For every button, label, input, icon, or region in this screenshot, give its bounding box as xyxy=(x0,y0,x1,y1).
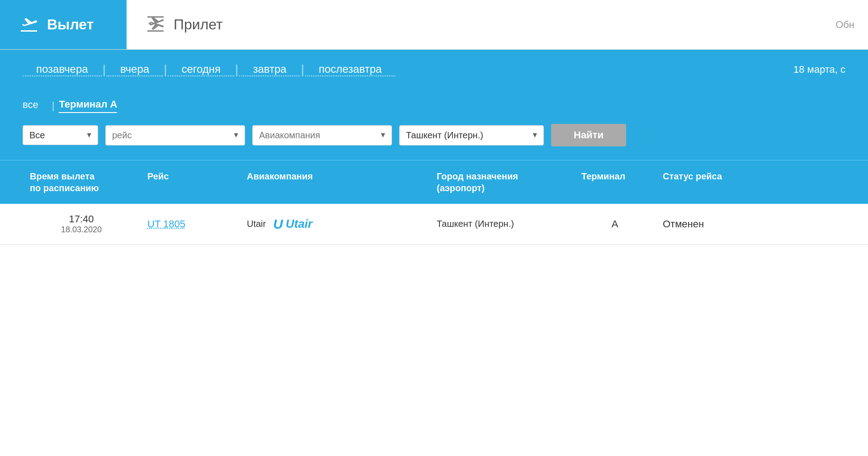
plane-takeoff-icon xyxy=(18,14,40,36)
terminal-value: А xyxy=(612,218,618,230)
date-sep-4: | xyxy=(301,62,304,77)
tab-departure-label: Вылет xyxy=(47,16,94,33)
flight-date: 18.03.2020 xyxy=(30,225,133,235)
update-text-area: Обн xyxy=(241,0,868,49)
cell-flight: UT 1805 xyxy=(140,209,240,239)
col-header-airline: Авиакомпания xyxy=(240,160,429,204)
terminal-tab-all[interactable]: все xyxy=(23,99,38,113)
utair-logo-text: Utair xyxy=(286,217,312,231)
status-value: Отменен xyxy=(663,218,704,230)
airline-input[interactable] xyxy=(252,125,392,146)
cell-terminal: А xyxy=(574,209,656,239)
date-nav-zavtra[interactable]: завтра xyxy=(239,63,300,76)
terminal-tab-sep: | xyxy=(52,100,55,112)
utair-logo: U Utair xyxy=(273,216,312,232)
utair-u-icon: U xyxy=(273,216,283,232)
current-date: 18 марта, с xyxy=(793,64,845,75)
update-text: Обн xyxy=(835,19,854,31)
table-row: 17:40 18.03.2020 UT 1805 Utair U Utair Т… xyxy=(0,204,868,244)
cell-status: Отменен xyxy=(656,209,845,239)
date-navigation: позавчера | вчера | сегодня | завтра | п… xyxy=(0,50,868,89)
flight-number-link[interactable]: UT 1805 xyxy=(147,218,185,230)
tab-departure[interactable]: Вылет xyxy=(0,0,127,49)
col-header-terminal: Терминал xyxy=(574,160,656,204)
col-header-status: Статус рейса xyxy=(656,160,845,204)
date-sep-1: | xyxy=(103,62,106,77)
header-tabs: Вылет Прилет Обн xyxy=(0,0,868,50)
cell-time: 17:40 18.03.2020 xyxy=(23,204,140,244)
destination-wrapper: ▼ xyxy=(399,125,544,146)
date-nav-pozavchera[interactable]: позавчера xyxy=(23,63,102,76)
type-select-wrapper: Все Регулярный Чартер ▼ xyxy=(23,125,98,145)
table-header: Время вылета по расписанию Рейс Авиакомп… xyxy=(0,160,868,204)
filters-row: Все Регулярный Чартер ▼ ▼ ▼ ▼ Найти xyxy=(23,124,845,146)
date-sep-3: | xyxy=(235,62,238,77)
destination-value: Ташкент (Интерн.) xyxy=(437,219,514,229)
airline-input-wrapper: ▼ xyxy=(252,125,392,146)
tab-arrival[interactable]: Прилет xyxy=(127,0,241,49)
airline-name: Utair xyxy=(247,219,266,229)
terminal-tabs: все | Терминал А xyxy=(23,99,845,113)
plane-landing-icon xyxy=(145,14,166,36)
date-sep-2: | xyxy=(164,62,167,77)
destination-input[interactable] xyxy=(399,125,544,146)
flight-input-wrapper: ▼ xyxy=(105,125,245,146)
cell-airline: Utair U Utair xyxy=(240,207,429,241)
col-header-flight: Рейс xyxy=(140,160,240,204)
col-header-time: Время вылета по расписанию xyxy=(23,160,140,204)
date-nav-left: позавчера | вчера | сегодня | завтра | п… xyxy=(23,62,395,77)
search-button[interactable]: Найти xyxy=(551,124,626,146)
flight-time: 17:40 xyxy=(30,213,133,225)
terminal-tab-a[interactable]: Терминал А xyxy=(59,99,117,113)
date-nav-vchera[interactable]: вчера xyxy=(107,63,163,76)
flight-input[interactable] xyxy=(105,125,245,146)
table-section: Время вылета по расписанию Рейс Авиакомп… xyxy=(0,160,868,244)
date-nav-segodnya[interactable]: сегодня xyxy=(168,63,234,76)
cell-destination: Ташкент (Интерн.) xyxy=(429,210,574,238)
tab-arrival-label: Прилет xyxy=(174,16,223,33)
col-header-destination: Город назначения (аэропорт) xyxy=(429,160,574,204)
filter-section: все | Терминал А Все Регулярный Чартер ▼… xyxy=(0,89,868,160)
type-select[interactable]: Все Регулярный Чартер xyxy=(23,125,98,145)
date-nav-poslezavtra[interactable]: послезавтра xyxy=(305,63,395,76)
